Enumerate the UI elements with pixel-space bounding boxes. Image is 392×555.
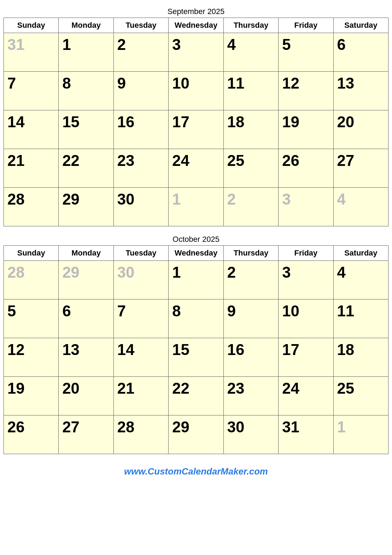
calendar-day: 2	[223, 261, 278, 299]
calendar-day: 19	[4, 377, 59, 415]
day-header: Friday	[279, 246, 333, 261]
calendar-day: 11	[223, 72, 278, 110]
calendar-day: 26	[279, 149, 333, 188]
october-calendar: SundayMondayTuesdayWednesdayThursdayFrid…	[4, 245, 388, 454]
calendar-day: 24	[169, 149, 224, 188]
calendar-day: 16	[223, 338, 278, 377]
day-header: Tuesday	[113, 18, 168, 33]
calendar-day: 29	[169, 415, 224, 454]
day-header: Sunday	[4, 18, 59, 33]
calendar-day: 15	[59, 110, 113, 149]
calendar-day: 8	[169, 299, 224, 338]
day-header: Monday	[59, 246, 113, 261]
calendar-day: 31	[279, 415, 333, 454]
calendar-day: 31	[4, 33, 59, 72]
calendar-day: 7	[113, 299, 168, 338]
calendar-day: 9	[113, 72, 168, 110]
calendar-day: 17	[279, 338, 333, 377]
day-header: Wednesday	[169, 18, 224, 33]
calendar-day: 21	[4, 149, 59, 188]
calendar-day: 25	[333, 377, 388, 415]
calendar-day: 20	[333, 110, 388, 149]
calendar-day: 3	[279, 188, 333, 226]
calendar-day: 5	[4, 299, 59, 338]
calendar-day: 28	[113, 415, 168, 454]
calendar-day: 2	[113, 33, 168, 72]
calendar-day: 23	[223, 377, 278, 415]
calendar-day: 20	[59, 377, 113, 415]
calendar-day: 9	[223, 299, 278, 338]
calendar-day: 30	[113, 261, 168, 299]
calendar-day: 17	[169, 110, 224, 149]
day-header: Saturday	[333, 18, 388, 33]
calendar-day: 5	[279, 33, 333, 72]
calendar-day: 2	[223, 188, 278, 226]
calendar-day: 26	[4, 415, 59, 454]
calendar-day: 13	[59, 338, 113, 377]
calendar-day: 18	[333, 338, 388, 377]
calendar-day: 1	[169, 188, 224, 226]
calendar-day: 13	[333, 72, 388, 110]
calendar-day: 24	[279, 377, 333, 415]
calendar-day: 14	[4, 110, 59, 149]
calendar-day: 14	[113, 338, 168, 377]
calendar-day: 10	[169, 72, 224, 110]
calendar-day: 21	[113, 377, 168, 415]
calendar-day: 22	[169, 377, 224, 415]
calendar-day: 19	[279, 110, 333, 149]
calendar-day: 6	[59, 299, 113, 338]
day-header: Thursday	[223, 246, 278, 261]
calendar-day: 11	[333, 299, 388, 338]
september-title: September 2025	[168, 7, 225, 16]
calendar-day: 12	[279, 72, 333, 110]
calendar-day: 27	[59, 415, 113, 454]
day-header: Friday	[279, 18, 333, 33]
calendar-day: 6	[333, 33, 388, 72]
calendar-day: 30	[113, 188, 168, 226]
calendar-day: 3	[169, 33, 224, 72]
calendar-day: 27	[333, 149, 388, 188]
calendar-day: 3	[279, 261, 333, 299]
day-header: Monday	[59, 18, 113, 33]
calendar-day: 12	[4, 338, 59, 377]
day-header: Wednesday	[169, 246, 224, 261]
calendar-day: 30	[223, 415, 278, 454]
day-header: Thursday	[223, 18, 278, 33]
day-header: Tuesday	[113, 246, 168, 261]
calendar-day: 16	[113, 110, 168, 149]
calendar-day: 15	[169, 338, 224, 377]
calendar-day: 22	[59, 149, 113, 188]
calendar-day: 23	[113, 149, 168, 188]
calendar-day: 7	[4, 72, 59, 110]
calendar-day: 28	[4, 188, 59, 226]
october-title: October 2025	[172, 235, 219, 244]
day-header: Saturday	[333, 246, 388, 261]
calendar-day: 4	[333, 261, 388, 299]
calendar-day: 1	[169, 261, 224, 299]
day-header: Sunday	[4, 246, 59, 261]
footer-url: www.CustomCalendarMaker.com	[124, 466, 268, 477]
calendar-day: 1	[333, 415, 388, 454]
calendar-day: 18	[223, 110, 278, 149]
calendar-day: 28	[4, 261, 59, 299]
calendar-day: 10	[279, 299, 333, 338]
calendar-day: 1	[59, 33, 113, 72]
calendar-day: 4	[223, 33, 278, 72]
calendar-day: 29	[59, 188, 113, 226]
september-calendar: SundayMondayTuesdayWednesdayThursdayFrid…	[4, 18, 388, 226]
calendar-day: 29	[59, 261, 113, 299]
calendar-day: 4	[333, 188, 388, 226]
calendar-day: 8	[59, 72, 113, 110]
calendar-day: 25	[223, 149, 278, 188]
